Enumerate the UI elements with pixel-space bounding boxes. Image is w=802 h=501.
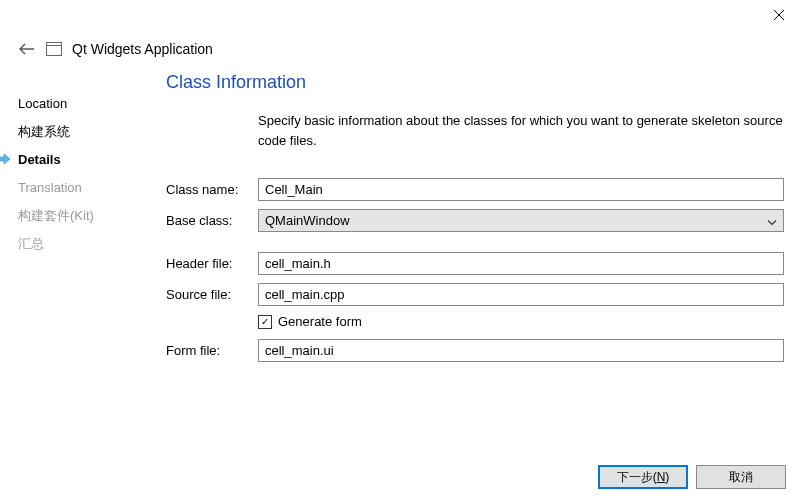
sidebar-item-details[interactable]: Details bbox=[18, 146, 138, 174]
row-generate-form: ✓ Generate form bbox=[166, 314, 784, 329]
input-header-file[interactable] bbox=[258, 252, 784, 275]
cancel-button[interactable]: 取消 bbox=[696, 465, 786, 489]
content: Location 构建系统 Details Translation 构建套件(K… bbox=[0, 68, 802, 370]
checkbox-generate-form[interactable]: ✓ bbox=[258, 315, 272, 329]
app-title: Qt Widgets Application bbox=[72, 41, 213, 57]
select-base-class[interactable]: QMainWindow bbox=[258, 209, 784, 232]
row-form-file: Form file: bbox=[166, 339, 784, 362]
checkmark-icon: ✓ bbox=[261, 316, 269, 327]
label-class-name: Class name: bbox=[166, 182, 258, 197]
cancel-button-label: 取消 bbox=[729, 469, 753, 486]
close-button[interactable] bbox=[756, 0, 802, 30]
sidebar: Location 构建系统 Details Translation 构建套件(K… bbox=[18, 68, 138, 370]
row-class-name: Class name: bbox=[166, 178, 784, 201]
next-button-key: N bbox=[657, 470, 666, 484]
section-description: Specify basic information about the clas… bbox=[166, 111, 784, 150]
sidebar-item-label: 构建套件(Kit) bbox=[18, 208, 94, 223]
input-source-file[interactable] bbox=[258, 283, 784, 306]
next-button[interactable]: 下一步(N) bbox=[598, 465, 688, 489]
sidebar-item-translation: Translation bbox=[18, 174, 138, 202]
chevron-down-icon bbox=[767, 213, 777, 228]
arrow-left-icon bbox=[19, 43, 35, 55]
sidebar-item-label: Details bbox=[18, 152, 61, 167]
header: Qt Widgets Application bbox=[0, 40, 802, 68]
sidebar-item-label: 汇总 bbox=[18, 236, 44, 251]
current-step-indicator-icon bbox=[0, 152, 10, 170]
sidebar-item-label: 构建系统 bbox=[18, 124, 70, 139]
sidebar-item-location[interactable]: Location bbox=[18, 90, 138, 118]
label-form-file: Form file: bbox=[166, 343, 258, 358]
label-base-class: Base class: bbox=[166, 213, 258, 228]
sidebar-item-buildsystem[interactable]: 构建系统 bbox=[18, 118, 138, 146]
sidebar-item-summary: 汇总 bbox=[18, 230, 138, 258]
input-form-file[interactable] bbox=[258, 339, 784, 362]
window-icon bbox=[46, 42, 62, 56]
next-button-suffix: ) bbox=[665, 470, 669, 484]
back-button[interactable] bbox=[18, 40, 36, 58]
section-title: Class Information bbox=[166, 72, 784, 93]
select-base-class-value: QMainWindow bbox=[265, 213, 350, 228]
row-base-class: Base class: QMainWindow bbox=[166, 209, 784, 232]
sidebar-item-label: Translation bbox=[18, 180, 82, 195]
label-source-file: Source file: bbox=[166, 287, 258, 302]
row-source-file: Source file: bbox=[166, 283, 784, 306]
input-class-name[interactable] bbox=[258, 178, 784, 201]
titlebar bbox=[0, 0, 802, 40]
footer: 下一步(N) 取消 bbox=[598, 465, 786, 489]
row-header-file: Header file: bbox=[166, 252, 784, 275]
sidebar-item-label: Location bbox=[18, 96, 67, 111]
main-panel: Class Information Specify basic informat… bbox=[166, 68, 784, 370]
sidebar-item-kits: 构建套件(Kit) bbox=[18, 202, 138, 230]
label-header-file: Header file: bbox=[166, 256, 258, 271]
close-icon bbox=[774, 10, 784, 20]
form: Class name: Base class: QMainWindow Head… bbox=[166, 178, 784, 362]
next-button-prefix: 下一步( bbox=[617, 469, 657, 486]
label-generate-form: Generate form bbox=[278, 314, 362, 329]
